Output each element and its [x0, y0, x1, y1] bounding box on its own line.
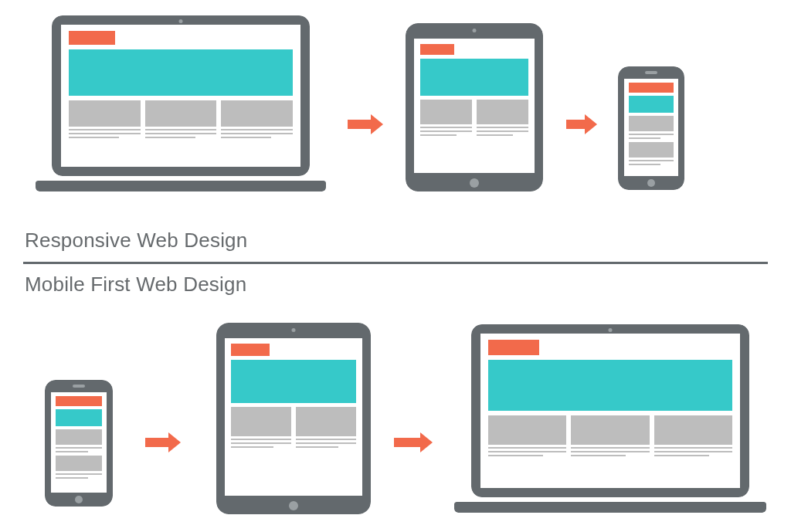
wireframe-text-line: [477, 134, 513, 136]
laptop-screen: [61, 25, 300, 167]
wireframe-card-column: [629, 116, 674, 165]
wireframe-text-line: [221, 137, 271, 138]
wireframe-text-line: [629, 137, 660, 139]
wireframe-text-line: [56, 477, 88, 479]
wireframe-thumb: [571, 415, 649, 445]
laptop-base: [36, 181, 326, 191]
wireframe-text-line: [296, 439, 356, 440]
wireframe-hero-block: [56, 409, 102, 426]
camera-icon: [473, 29, 477, 32]
wireframe-logo-block: [69, 31, 115, 45]
camera-icon: [292, 328, 296, 332]
wireframe-card: [488, 415, 566, 456]
wireframe-text-line: [221, 133, 293, 134]
wireframe-text-line: [296, 446, 338, 448]
wireframe-card: [145, 100, 217, 138]
home-button-icon: [75, 496, 83, 503]
wireframe-logo-block: [488, 340, 539, 355]
wireframe-card: [629, 142, 674, 165]
wireframe-logo-block: [420, 44, 454, 55]
wireframe-thumb: [488, 415, 566, 445]
wireframe-thumb: [629, 142, 674, 158]
phone-device: [618, 66, 684, 190]
wireframe-card: [231, 407, 291, 448]
wireframe-thumb: [69, 100, 141, 127]
camera-icon: [179, 19, 183, 23]
wireframe-thumb: [629, 116, 674, 131]
wireframe-thumb: [654, 415, 732, 445]
wireframe-thumb: [477, 100, 528, 124]
wireframe-text-line: [420, 127, 472, 128]
wireframe-text-line: [654, 455, 709, 456]
section-divider: [23, 262, 768, 264]
wireframe-card: [56, 456, 102, 479]
wireframe-text-line: [629, 160, 674, 161]
wireframe-text-line: [571, 455, 626, 456]
tablet-screen: [414, 39, 535, 173]
arrow-right-icon: [145, 432, 181, 452]
arrow-right-icon: [348, 114, 383, 134]
wireframe-text-line: [629, 134, 674, 135]
wireframe-text-line: [69, 129, 141, 130]
wireframe-text-line: [488, 451, 566, 452]
wireframe-text-line: [477, 130, 528, 132]
wireframe-text-line: [296, 442, 356, 444]
wireframe-thumb: [145, 100, 217, 127]
speaker-icon: [645, 71, 657, 74]
wireframe-card: [296, 407, 356, 448]
wireframe-text-line: [56, 473, 102, 475]
wireframe-card-column: [56, 429, 102, 479]
phone-screen: [624, 79, 678, 176]
wireframe-thumb: [56, 429, 102, 445]
home-button-icon: [470, 178, 479, 188]
tablet-device: [216, 323, 371, 514]
responsive-label: Responsive Web Design: [25, 229, 247, 252]
wireframe-text-line: [488, 447, 566, 449]
laptop-screen: [480, 334, 740, 488]
wireframe-thumb: [296, 407, 356, 436]
home-button-icon: [289, 501, 298, 510]
wireframe-card: [654, 415, 732, 456]
wireframe-hero-block: [69, 49, 293, 96]
home-button-icon: [647, 179, 655, 187]
wireframe-text-line: [654, 447, 732, 449]
wireframe-card: [69, 100, 141, 138]
laptop-device: [36, 15, 326, 191]
wireframe-text-line: [56, 447, 102, 449]
wireframe-text-line: [420, 134, 457, 136]
wireframe-card: [629, 116, 674, 139]
wireframe-text-line: [231, 442, 291, 444]
wireframe-hero-block: [231, 360, 356, 403]
wireframe-text-line: [221, 129, 293, 130]
wireframe-text-line: [629, 164, 660, 165]
camera-icon: [609, 328, 613, 332]
wireframe-card-row: [231, 407, 356, 448]
speaker-icon: [73, 385, 85, 388]
wireframe-hero-block: [488, 360, 732, 411]
wireframe-thumb: [420, 100, 472, 124]
wireframe-text-line: [145, 129, 217, 130]
wireframe-card-row: [488, 415, 732, 456]
diagram-canvas: Responsive Web Design Mobile First Web D…: [0, 0, 791, 532]
wireframe-text-line: [69, 133, 141, 134]
wireframe-card-row: [420, 100, 528, 136]
wireframe-logo-block: [56, 396, 102, 406]
wireframe-card: [420, 100, 472, 136]
mobile-first-label: Mobile First Web Design: [25, 273, 246, 296]
wireframe-thumb: [231, 407, 291, 436]
wireframe-text-line: [477, 127, 528, 128]
wireframe-card: [56, 429, 102, 452]
laptop-base: [454, 502, 766, 513]
wireframe-text-line: [420, 130, 472, 132]
wireframe-text-line: [571, 447, 649, 449]
tablet-screen: [225, 338, 362, 496]
wireframe-card: [477, 100, 528, 136]
wireframe-text-line: [56, 451, 88, 452]
wireframe-card: [571, 415, 649, 456]
wireframe-card: [221, 100, 293, 138]
arrow-right-icon: [566, 114, 597, 134]
wireframe-thumb: [56, 456, 102, 471]
wireframe-text-line: [488, 455, 543, 456]
laptop-device: [454, 324, 766, 513]
wireframe-thumb: [221, 100, 293, 127]
